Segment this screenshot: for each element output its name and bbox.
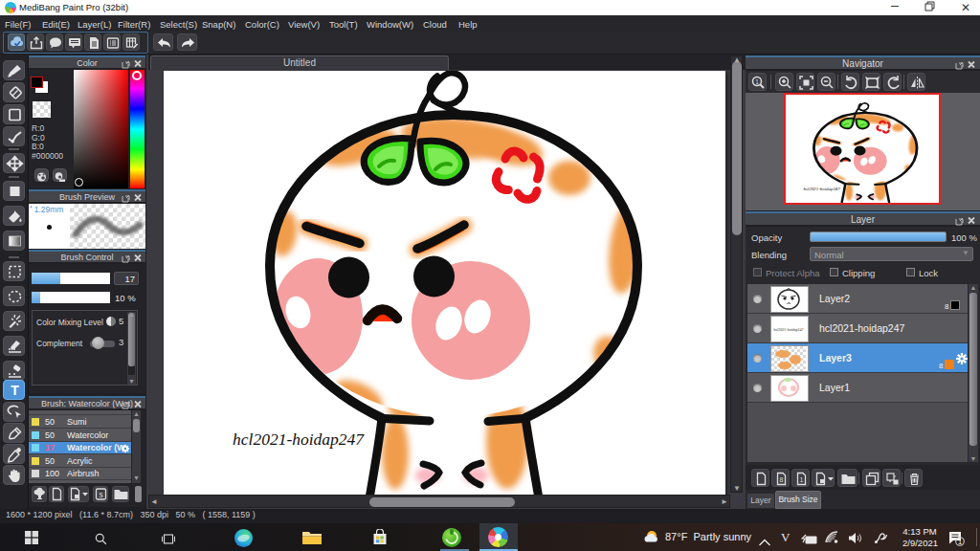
svg-text:s: s	[99, 490, 103, 499]
svg-text:hcl2021-hoidap247: hcl2021-hoidap247	[233, 430, 365, 449]
svg-text:T: T	[11, 383, 19, 398]
svg-text:8: 8	[780, 476, 784, 483]
svg-text:1: 1	[958, 538, 962, 546]
svg-text:1: 1	[800, 476, 804, 483]
svg-text:hcl2021-hoidap247: hcl2021-hoidap247	[773, 327, 803, 332]
svg-text:1: 1	[755, 78, 759, 85]
